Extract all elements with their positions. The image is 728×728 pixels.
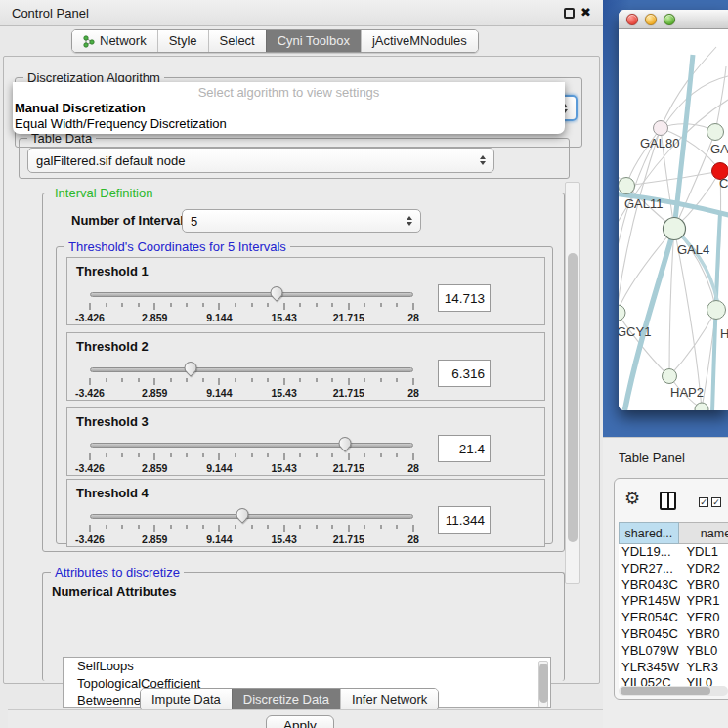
node-bottom[interactable] — [695, 403, 708, 410]
cell-name[interactable]: YBL0 — [680, 643, 728, 660]
node-h[interactable] — [707, 301, 726, 320]
node-gcy1[interactable] — [619, 305, 625, 321]
gear-icon[interactable]: ⚙ — [624, 490, 640, 507]
tab-label: Cyni Toolbox — [278, 30, 350, 52]
slider-thumb[interactable] — [268, 283, 285, 301]
table-row[interactable]: YER054CYER0 — [619, 610, 728, 626]
tab-discretize-data[interactable]: Discretize Data — [232, 689, 340, 710]
tab-impute-data[interactable]: Impute Data — [141, 689, 232, 710]
cell-name[interactable]: YDL1 — [680, 544, 728, 561]
cell-shared-name[interactable]: YBR043C — [619, 578, 680, 594]
tick-mark — [397, 453, 398, 457]
node-top-right[interactable] — [707, 124, 724, 141]
cell-name[interactable]: YDR2 — [680, 561, 728, 578]
slider-track[interactable] — [90, 292, 413, 297]
tab-infer-network[interactable]: Infer Network — [340, 689, 438, 710]
slider-track[interactable] — [90, 443, 413, 448]
tab-network[interactable]: Network — [72, 30, 157, 52]
tab-label: Select — [220, 30, 255, 52]
tick-mark — [219, 378, 220, 385]
slider-track[interactable] — [90, 514, 413, 519]
checkbox-icon[interactable]: ✓ — [699, 497, 708, 507]
table-toolbar: ⚙ ✓ ✓ — [615, 479, 728, 522]
threshold-slider[interactable]: -3.4262.8599.14415.4321.71528 — [90, 363, 413, 400]
network-window-titlebar[interactable] — [619, 10, 728, 29]
node-label: GAL80 — [640, 136, 679, 150]
table-row[interactable]: YBR043CYBR0 — [619, 578, 728, 594]
table-row[interactable]: YDL19...YDL1 — [619, 544, 728, 561]
tick-mark — [202, 378, 203, 382]
table-row[interactable]: YLR345WYLR3 — [619, 660, 728, 676]
window-minimize-icon[interactable] — [645, 14, 657, 25]
cell-shared-name[interactable]: YDR27... — [619, 561, 680, 578]
cell-name[interactable]: YBR0 — [680, 626, 728, 643]
float-window-icon[interactable] — [564, 8, 575, 19]
slider-thumb[interactable] — [233, 505, 250, 523]
window-close-icon[interactable] — [626, 14, 638, 25]
scrollbar-thumb[interactable] — [568, 253, 578, 542]
dropdown-option-manual-discretization[interactable]: Manual Discretization — [13, 101, 565, 116]
column-header-name[interactable]: name — [679, 522, 728, 544]
tab-cyni-toolbox[interactable]: Cyni Toolbox — [266, 30, 361, 52]
dropdown-option-equal-width-frequency[interactable]: Equal Width/Frequency Discretization — [13, 116, 565, 132]
close-icon[interactable]: ✖ — [580, 5, 591, 20]
tick-mark — [122, 378, 123, 382]
tick-mark — [380, 303, 381, 307]
checkbox-icon[interactable]: ✓ — [711, 497, 721, 507]
vertical-scrollbar[interactable] — [565, 182, 580, 584]
cell-shared-name[interactable]: YDL19... — [619, 544, 680, 561]
cell-shared-name[interactable]: YLR345W — [619, 660, 680, 676]
tab-style[interactable]: Style — [157, 30, 208, 52]
cell-name[interactable]: YBR0 — [680, 578, 728, 594]
node-gal80[interactable] — [654, 121, 668, 136]
horizontal-scrollbar[interactable] — [619, 686, 728, 696]
table-data-combobox[interactable]: galFiltered.sif default node — [27, 148, 494, 173]
threshold-value-field[interactable]: 14.713 — [438, 284, 491, 312]
split-columns-icon[interactable] — [660, 492, 676, 510]
threshold-slider[interactable]: -3.4262.8599.14415.4321.71528 — [90, 509, 413, 546]
cell-shared-name[interactable]: YER054C — [619, 610, 680, 626]
cell-name[interactable]: YPR1 — [680, 593, 728, 610]
table-row[interactable]: YDR27...YDR2 — [619, 561, 728, 578]
attribute-list-item[interactable]: SelfLoops — [64, 658, 550, 675]
cell-shared-name[interactable]: YPR145W — [619, 593, 680, 610]
table-row[interactable]: YBR045CYBR0 — [619, 626, 728, 643]
threshold-4-panel: Threshold 4 -3.4262.8599.14415.4321.7152… — [66, 479, 545, 547]
cell-name[interactable]: YER0 — [680, 610, 728, 626]
number-of-intervals-combobox[interactable]: 5 — [182, 209, 421, 233]
tick-mark — [90, 378, 91, 385]
window-zoom-icon[interactable] — [664, 14, 675, 25]
column-header-shared[interactable]: shared... — [619, 522, 679, 544]
number-of-intervals-label: Number of Intervals — [71, 213, 191, 228]
scale-label: 28 — [407, 312, 419, 323]
cell-shared-name[interactable]: YBR045C — [619, 626, 680, 643]
table-row[interactable]: YPR145WYPR1 — [619, 593, 728, 610]
threshold-value-field[interactable]: 11.344 — [438, 506, 491, 534]
network-view-window[interactable]: GAL80 GA C GAL11 GAL4 GCY1 H HAP2 — [619, 10, 728, 410]
node-gal4[interactable] — [664, 218, 686, 240]
network-canvas[interactable]: GAL80 GA C GAL11 GAL4 GCY1 H HAP2 — [619, 29, 728, 410]
threshold-value-field[interactable]: 21.4 — [438, 435, 491, 462]
list-scrollbar[interactable] — [538, 661, 548, 707]
tab-select[interactable]: Select — [208, 30, 266, 52]
node-table[interactable]: shared... name YDL19...YDL1YDR27...YDR2Y… — [619, 522, 728, 692]
tick-mark — [268, 378, 269, 382]
scale-label: 2.859 — [142, 312, 167, 323]
cell-shared-name[interactable]: YBL079W — [619, 643, 680, 660]
threshold-slider[interactable]: -3.4262.8599.14415.4321.71528 — [90, 287, 413, 324]
slider-thumb[interactable] — [181, 359, 198, 376]
scrollbar-thumb[interactable] — [621, 687, 710, 695]
apply-button[interactable]: Apply — [266, 715, 334, 728]
node-hap2[interactable] — [663, 369, 677, 384]
slider-track[interactable] — [90, 367, 413, 372]
threshold-value-field[interactable]: 6.316 — [438, 360, 491, 387]
table-data-group: Table Data galFiltered.sif default node — [19, 138, 570, 179]
threshold-slider[interactable]: -3.4262.8599.14415.4321.71528 — [90, 438, 413, 475]
tab-jactivemnodules[interactable]: jActiveMNodules — [361, 30, 478, 52]
table-row[interactable]: YBL079WYBL0 — [619, 643, 728, 660]
cell-name[interactable]: YLR3 — [680, 660, 728, 676]
slider-thumb[interactable] — [336, 434, 354, 451]
node-gal11[interactable] — [619, 178, 635, 194]
top-tab-bar: Network Style Select Cyni Toolbox jActiv… — [71, 29, 479, 53]
scrollbar-thumb[interactable] — [539, 664, 548, 703]
